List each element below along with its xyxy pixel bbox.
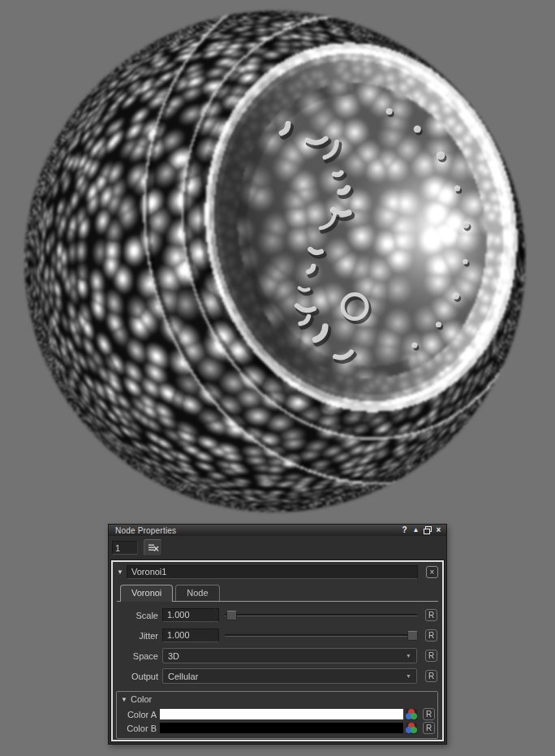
node-properties-panel: Node Properties ? ▲ × ▼ Voronoi1 × Voron… [108, 524, 447, 745]
param-row-output: Output Cellular ▼ R [116, 668, 437, 684]
empty-bin-icon [148, 543, 159, 552]
color-a-reset-button[interactable]: R [423, 708, 435, 720]
color-b-label: Color B [119, 724, 157, 733]
color-wheel-icon[interactable] [406, 709, 417, 720]
chevron-down-icon: ▼ [406, 673, 411, 679]
slider-track [225, 634, 417, 637]
space-reset-button[interactable]: R [425, 650, 437, 662]
space-value: 3D [168, 651, 179, 661]
jitter-label: Jitter [116, 631, 158, 641]
color-a-label: Color A [119, 710, 157, 719]
parameter-rows: Scale 1.000 R Jitter 1.000 R Space [113, 602, 442, 690]
space-dropdown[interactable]: 3D ▼ [162, 648, 417, 663]
color-wheel-icon[interactable] [406, 723, 417, 734]
close-icon[interactable]: × [433, 525, 444, 535]
param-row-scale: Scale 1.000 R [116, 607, 437, 623]
scale-reset-button[interactable]: R [425, 609, 437, 621]
color-group: ▼ Color Color A R Color B R [116, 691, 438, 739]
close-node-button[interactable]: × [426, 566, 438, 578]
jitter-reset-button[interactable]: R [425, 629, 437, 642]
collapse-triangle-icon: ▼ [121, 696, 131, 703]
properties-toolbar [109, 536, 446, 559]
color-b-swatch[interactable] [160, 723, 403, 733]
color-b-reset-button[interactable]: R [423, 722, 435, 734]
max-panels-input[interactable] [112, 541, 138, 555]
slider-track [225, 614, 417, 616]
tab-node[interactable]: Node [175, 585, 219, 601]
node-header: ▼ Voronoi1 × [117, 565, 438, 579]
chevron-down-icon: ▼ [406, 653, 411, 659]
tab-bar: Voronoi Node [117, 585, 438, 602]
param-row-jitter: Jitter 1.000 R [116, 628, 437, 643]
scale-slider[interactable] [225, 609, 417, 621]
param-row-space: Space 3D ▼ R [116, 648, 437, 663]
space-label: Space [116, 651, 158, 661]
output-reset-button[interactable]: R [425, 670, 437, 682]
output-value: Cellular [168, 672, 198, 681]
color-a-swatch[interactable] [160, 709, 403, 719]
panel-titlebar[interactable]: Node Properties ? ▲ × [109, 525, 446, 536]
collapse-triangle-icon[interactable]: ▼ [117, 568, 127, 576]
jitter-slider[interactable] [225, 629, 417, 642]
titlebar-icons: ? ▲ × [399, 525, 444, 535]
slider-handle[interactable] [226, 611, 237, 620]
slider-handle[interactable] [407, 631, 418, 641]
voronoi1-properties: ▼ Voronoi1 × Voronoi Node Scale 1.000 R … [111, 560, 444, 741]
color-group-title: Color [131, 694, 152, 704]
help-icon[interactable]: ? [399, 525, 410, 535]
node-name-field[interactable]: Voronoi1 [127, 565, 418, 579]
jitter-input[interactable]: 1.000 [162, 629, 219, 642]
3d-viewport-canvas[interactable] [0, 0, 555, 525]
scale-input[interactable]: 1.000 [162, 608, 219, 622]
panel-title: Node Properties [115, 526, 176, 535]
color-a-row: Color A R [119, 708, 435, 720]
scale-label: Scale [116, 611, 158, 620]
tab-voronoi[interactable]: Voronoi [120, 585, 173, 602]
output-label: Output [116, 672, 158, 681]
color-b-row: Color B R [119, 722, 435, 734]
dock-icon[interactable]: ▲ [411, 525, 421, 535]
output-dropdown[interactable]: Cellular ▼ [162, 668, 417, 684]
color-group-header[interactable]: ▼ Color [118, 693, 436, 706]
empty-bin-button[interactable] [144, 539, 162, 556]
restore-icon[interactable] [422, 525, 432, 535]
